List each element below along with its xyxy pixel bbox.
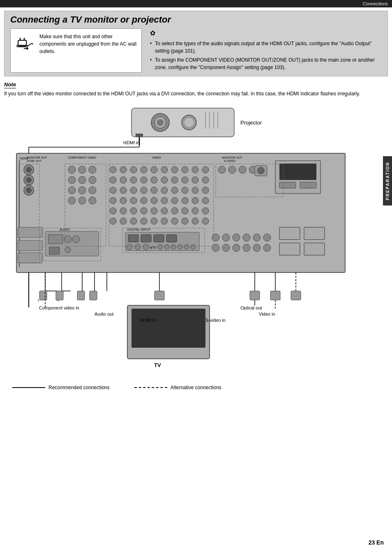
svg-point-10 — [157, 119, 164, 126]
svg-rect-190 — [291, 291, 301, 300]
svg-point-67 — [120, 187, 127, 194]
svg-rect-156 — [18, 240, 42, 251]
svg-point-141 — [233, 234, 240, 241]
svg-point-149 — [253, 244, 261, 252]
svg-point-48 — [130, 166, 137, 173]
svg-rect-155 — [18, 227, 42, 238]
svg-point-41 — [78, 187, 86, 194]
svg-point-59 — [141, 177, 147, 183]
svg-point-72 — [171, 187, 178, 194]
svg-point-44 — [78, 197, 86, 204]
legend-alternative: Alternative connections — [134, 385, 221, 390]
svg-text:MONITOR OUT: MONITOR OUT — [27, 156, 47, 159]
svg-point-50 — [151, 166, 157, 173]
svg-rect-128 — [166, 235, 177, 242]
svg-point-78 — [130, 197, 137, 204]
svg-point-62 — [171, 177, 178, 183]
svg-point-65 — [202, 177, 209, 183]
svg-point-108 — [239, 166, 246, 173]
svg-point-54 — [192, 166, 198, 173]
solid-line-icon — [12, 387, 45, 388]
svg-rect-151 — [279, 227, 300, 240]
content-row: Make sure that this unit and other compo… — [10, 28, 382, 73]
svg-point-137 — [184, 245, 189, 249]
svg-point-29 — [26, 167, 32, 173]
svg-point-55 — [202, 166, 209, 173]
projector-label: Projector — [240, 120, 262, 126]
svg-text:TV: TV — [154, 362, 161, 368]
warning-box: Make sure that this unit and other compo… — [10, 28, 142, 73]
svg-point-75 — [202, 187, 209, 194]
svg-point-45 — [89, 197, 96, 204]
svg-point-79 — [141, 197, 147, 204]
svg-text:MONITOR OUT: MONITOR OUT — [222, 156, 242, 159]
svg-point-52 — [171, 166, 178, 173]
connection-diagram: Projector HDMI in HDMI MONITOR OUT ZONE … — [4, 104, 382, 379]
title-section: Connecting a TV monitor or projector Mak… — [4, 11, 388, 76]
svg-point-35 — [78, 166, 86, 173]
svg-rect-153 — [279, 243, 300, 255]
svg-point-68 — [130, 187, 137, 194]
svg-rect-115 — [300, 182, 316, 188]
svg-point-136 — [178, 245, 182, 249]
svg-point-139 — [212, 234, 219, 241]
svg-point-56 — [110, 177, 116, 183]
svg-rect-181 — [77, 291, 85, 300]
svg-point-60 — [151, 177, 157, 183]
svg-point-82 — [171, 197, 178, 204]
svg-line-4 — [28, 43, 32, 46]
svg-text:HDMI in: HDMI in — [140, 318, 156, 323]
svg-point-77 — [120, 197, 127, 204]
svg-point-142 — [243, 234, 250, 241]
svg-point-120 — [72, 235, 80, 243]
svg-rect-184 — [154, 291, 164, 300]
svg-point-93 — [182, 208, 188, 214]
svg-rect-179 — [39, 291, 47, 300]
svg-point-87 — [120, 208, 127, 214]
svg-point-47 — [120, 166, 127, 173]
svg-point-31 — [26, 177, 32, 183]
svg-point-63 — [182, 177, 188, 183]
svg-rect-165 — [131, 309, 205, 348]
svg-point-84 — [192, 197, 198, 204]
legend-alternative-label: Alternative connections — [171, 385, 221, 390]
svg-point-105 — [202, 218, 209, 224]
svg-point-71 — [161, 187, 168, 194]
svg-point-133 — [158, 245, 163, 249]
section-label: Connections — [363, 1, 388, 6]
note-section: Note If you turn off the video monitor c… — [4, 81, 388, 97]
svg-point-86 — [110, 208, 116, 214]
svg-point-98 — [130, 218, 137, 224]
dashed-line-icon — [134, 387, 167, 388]
svg-text:S-VIDEO: S-VIDEO — [224, 159, 236, 162]
svg-point-106 — [218, 166, 226, 173]
svg-rect-154 — [304, 243, 325, 255]
svg-point-39 — [89, 176, 96, 184]
preparation-tab: PREPARATION — [383, 156, 392, 205]
svg-point-81 — [161, 197, 168, 204]
svg-point-61 — [161, 177, 168, 183]
svg-point-73 — [182, 187, 188, 194]
svg-point-129 — [127, 244, 132, 250]
svg-point-101 — [161, 218, 168, 224]
svg-rect-122 — [49, 247, 60, 254]
svg-point-76 — [110, 197, 116, 204]
warning-icon — [15, 33, 35, 53]
svg-point-66 — [110, 187, 116, 194]
tips-icon: ✿ — [150, 28, 382, 38]
legend-recommended: Recommended connections — [12, 385, 110, 390]
svg-point-57 — [120, 177, 127, 183]
svg-point-83 — [182, 197, 188, 204]
diagram-area: Projector HDMI in HDMI MONITOR OUT ZONE … — [4, 104, 388, 381]
svg-point-111 — [258, 167, 264, 174]
svg-point-34 — [68, 166, 76, 173]
svg-point-89 — [141, 208, 147, 214]
legend-row: Recommended connections Alternative conn… — [12, 385, 388, 390]
svg-point-43 — [68, 197, 76, 204]
svg-rect-17 — [136, 134, 143, 137]
svg-point-49 — [141, 166, 147, 173]
svg-point-99 — [141, 218, 147, 224]
svg-rect-180 — [56, 291, 63, 300]
svg-point-138 — [191, 245, 196, 249]
tip-item-1: To select the types of the audio signals… — [150, 40, 382, 55]
